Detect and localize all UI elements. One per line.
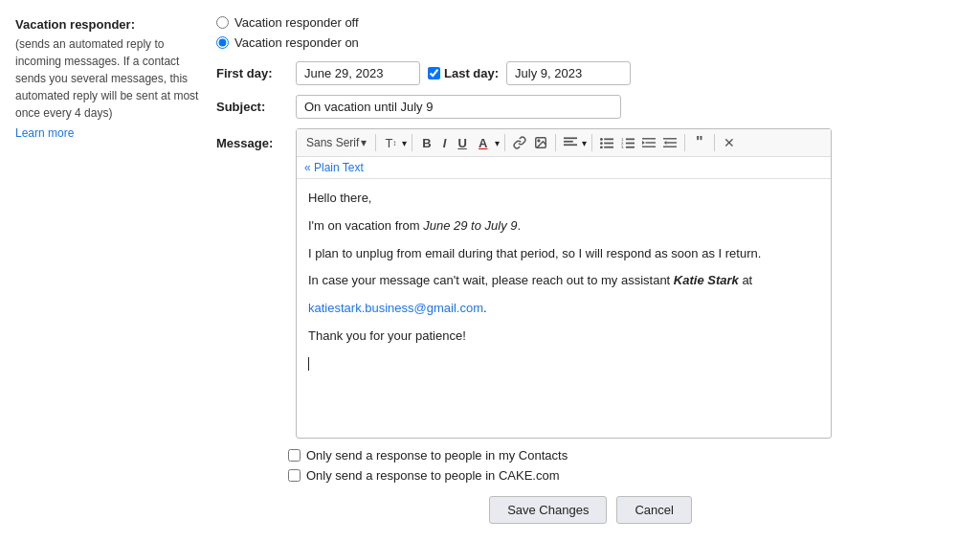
font-name: Sans Serif xyxy=(306,136,359,149)
radio-off[interactable] xyxy=(216,16,229,29)
learn-more-link[interactable]: Learn more xyxy=(15,126,74,140)
outdent-btn[interactable] xyxy=(660,133,679,152)
last-day-input[interactable] xyxy=(506,61,631,85)
svg-point-1 xyxy=(538,140,540,142)
first-day-label: First day: xyxy=(216,66,288,80)
svg-rect-12 xyxy=(626,138,635,140)
toolbar-sep-2 xyxy=(412,134,412,151)
plain-text-link[interactable]: « Plain Text xyxy=(297,157,831,179)
link-btn[interactable] xyxy=(510,133,529,152)
svg-rect-3 xyxy=(564,141,573,143)
assistant-email[interactable]: katiestark.business@gmail.com xyxy=(308,301,483,315)
bold-btn[interactable]: B xyxy=(417,134,435,152)
radio-off-item[interactable]: Vacation responder off xyxy=(216,15,965,30)
subject-row: Subject: xyxy=(216,95,965,119)
toolbar-sep-3 xyxy=(504,134,505,151)
message-p1: Hello there, xyxy=(308,189,819,209)
last-day-label-text: Last day: xyxy=(444,66,499,80)
section-desc: (sends an automated reply to incoming me… xyxy=(15,35,205,122)
cake-checkbox-row: Only send a response to people in CAKE.c… xyxy=(288,468,965,483)
radio-on[interactable] xyxy=(216,36,229,49)
toolbar-sep-1 xyxy=(375,134,376,151)
quote-btn[interactable]: " xyxy=(690,133,709,152)
assistant-name: Katie Stark xyxy=(674,273,739,287)
message-row: Message: Sans Serif ▾ T↕ ▾ B I U A ▾ xyxy=(216,128,965,439)
underline-btn[interactable]: U xyxy=(453,134,471,152)
font-dropdown-icon: ▾ xyxy=(361,136,367,149)
message-cursor-line xyxy=(308,354,819,374)
font-color-dropdown: ▾ xyxy=(495,138,500,148)
message-p2: I'm on vacation from June 29 to July 9. xyxy=(308,216,819,237)
message-p6: Thank you for your patience! xyxy=(308,327,819,347)
align-dropdown: ▾ xyxy=(582,138,587,148)
font-size-btn[interactable]: T↕ xyxy=(381,133,400,152)
svg-text:3.: 3. xyxy=(621,145,625,148)
svg-rect-2 xyxy=(564,137,577,139)
align-btn[interactable] xyxy=(561,133,580,152)
svg-point-9 xyxy=(600,147,603,149)
contacts-checkbox[interactable] xyxy=(288,449,301,462)
ol-btn[interactable]: 1. 2. 3. xyxy=(618,133,637,152)
svg-rect-16 xyxy=(626,147,635,148)
remove-formatting-btn[interactable]: ✕ xyxy=(720,133,739,152)
image-btn[interactable] xyxy=(531,133,550,152)
radio-on-label: Vacation responder on xyxy=(234,35,359,50)
radio-off-label: Vacation responder off xyxy=(234,15,359,30)
contacts-checkbox-row: Only send a response to people in my Con… xyxy=(288,448,965,463)
editor-toolbar: Sans Serif ▾ T↕ ▾ B I U A ▾ xyxy=(297,129,831,157)
subject-input[interactable] xyxy=(296,95,621,119)
first-day-input[interactable] xyxy=(296,61,420,85)
svg-rect-14 xyxy=(626,143,635,145)
left-description: Vacation responder: (sends an automated … xyxy=(15,15,216,524)
svg-rect-4 xyxy=(564,144,577,146)
svg-point-5 xyxy=(600,138,603,141)
message-label: Message: xyxy=(216,128,288,150)
subject-label: Subject: xyxy=(216,100,288,114)
message-p4: In case your message can't wait, please … xyxy=(308,271,819,291)
cake-checkbox-label[interactable]: Only send a response to people in CAKE.c… xyxy=(306,468,559,483)
date-row: First day: Last day: xyxy=(216,61,965,85)
font-size-dropdown-icon: ▾ xyxy=(402,138,407,148)
svg-rect-6 xyxy=(604,138,613,140)
last-day-checkbox[interactable] xyxy=(428,67,440,79)
radio-on-item[interactable]: Vacation responder on xyxy=(216,35,965,50)
toolbar-sep-4 xyxy=(555,134,556,151)
font-color-btn[interactable]: A xyxy=(474,133,493,152)
editor-wrapper: Sans Serif ▾ T↕ ▾ B I U A ▾ xyxy=(296,128,832,439)
cancel-button[interactable]: Cancel xyxy=(616,496,691,524)
save-button[interactable]: Save Changes xyxy=(489,496,607,524)
vacation-responder-panel: Vacation responder: (sends an automated … xyxy=(15,15,965,524)
message-p5: katiestark.business@gmail.com. xyxy=(308,299,819,319)
italic-btn[interactable]: I xyxy=(438,134,452,152)
right-content: Vacation responder off Vacation responde… xyxy=(216,15,965,524)
toolbar-sep-7 xyxy=(714,134,715,151)
vacation-dates: June 29 to July 9 xyxy=(423,218,517,233)
toolbar-sep-5 xyxy=(591,134,592,151)
section-title: Vacation responder: xyxy=(15,17,205,32)
last-day-checkbox-label[interactable]: Last day: xyxy=(428,66,499,80)
cake-checkbox[interactable] xyxy=(288,469,301,482)
toolbar-sep-6 xyxy=(684,134,685,151)
font-selector[interactable]: Sans Serif ▾ xyxy=(302,134,370,151)
svg-point-7 xyxy=(600,142,603,145)
actions-row: Save Changes Cancel xyxy=(216,496,965,524)
message-p3: I plan to unplug from email during that … xyxy=(308,244,819,264)
ul-btn[interactable] xyxy=(597,133,616,152)
indent-btn[interactable] xyxy=(639,133,658,152)
contacts-checkbox-label[interactable]: Only send a response to people in my Con… xyxy=(306,448,568,463)
svg-rect-8 xyxy=(604,143,613,145)
svg-rect-10 xyxy=(604,147,613,148)
radio-group: Vacation responder off Vacation responde… xyxy=(216,15,965,50)
editor-content[interactable]: Hello there, I'm on vacation from June 2… xyxy=(297,179,831,438)
